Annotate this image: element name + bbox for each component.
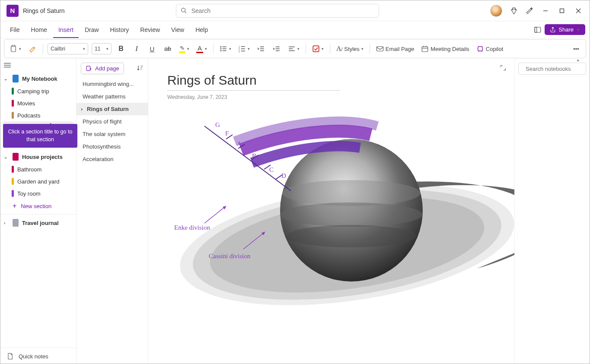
svg-rect-14	[223, 48, 226, 49]
sparkle-pen-icon[interactable]	[526, 7, 533, 15]
section-color-swatch	[12, 166, 14, 173]
ring-label-b: B	[252, 152, 256, 160]
page-hummingbird-wing-[interactable]: Hummingbird wing...	[77, 78, 148, 90]
paste-button[interactable]: ▾	[8, 43, 23, 55]
add-page-button[interactable]: Add page	[81, 63, 124, 74]
section-toy-room[interactable]: Toy room	[0, 187, 76, 199]
svg-rect-30	[289, 51, 295, 51]
page-title[interactable]: Rings of Saturn	[167, 73, 340, 91]
indent-button[interactable]	[271, 43, 283, 55]
page-weather-patterns[interactable]: Weather patterns	[77, 90, 148, 103]
section-color-swatch	[12, 112, 14, 119]
annotation-enke: Enke division	[174, 224, 210, 231]
close-button[interactable]	[574, 6, 583, 15]
share-label: Share	[558, 26, 574, 33]
svg-point-11	[220, 48, 222, 50]
svg-point-45	[282, 180, 421, 206]
section-movies[interactable]: Movies	[0, 97, 76, 109]
chevron-down-icon: ▼	[576, 28, 580, 32]
bullet-list-button[interactable]: ▾	[218, 43, 233, 55]
underline-button[interactable]: U	[146, 43, 158, 55]
svg-rect-32	[376, 47, 383, 51]
email-page-button[interactable]: Email Page	[374, 43, 416, 55]
quick-notes-button[interactable]: Quick notes	[0, 348, 76, 364]
fullscreen-button[interactable]	[500, 64, 507, 73]
menu-history[interactable]: History	[105, 24, 134, 36]
page-physics-of-flight[interactable]: Physics of flight	[77, 115, 148, 128]
section-bathroom[interactable]: Bathroom	[0, 163, 76, 175]
annotation-cassini: Cassini division	[209, 253, 250, 260]
font-selector[interactable]: Cailbri▾	[48, 43, 88, 54]
menu-review[interactable]: Review	[135, 24, 165, 36]
ring-label-g: G	[215, 121, 220, 129]
new-section-button[interactable]: +New section	[0, 199, 76, 212]
premium-icon[interactable]	[510, 7, 518, 15]
coach-tooltip: Click a section title to go to that sect…	[3, 124, 77, 148]
share-button[interactable]: Share ▼	[545, 24, 585, 35]
section-podcasts[interactable]: Podcasts	[0, 109, 76, 121]
svg-rect-24	[260, 51, 264, 51]
svg-rect-33	[422, 47, 428, 52]
minimize-button[interactable]	[541, 6, 550, 15]
copilot-button[interactable]: Copilot	[475, 43, 505, 55]
ring-label-d: D	[281, 172, 286, 180]
more-button[interactable]: •••	[570, 43, 582, 55]
section-garden-and-yard[interactable]: Garden and yard	[0, 175, 76, 187]
full-page-view-icon[interactable]	[532, 24, 544, 36]
strikethrough-button[interactable]: ab	[162, 43, 174, 55]
sort-pages-button[interactable]	[137, 64, 144, 73]
menu-view[interactable]: View	[166, 24, 189, 36]
page-rings-of-saturn[interactable]: Rings of Saturn	[77, 103, 148, 115]
page-canvas[interactable]: Rings of Saturn Wednesday, June 7, 2023	[148, 59, 514, 364]
nav-toggle-icon[interactable]	[0, 59, 76, 72]
font-color-button[interactable]: A▾	[195, 43, 209, 55]
title-bar: N Rings of Saturn	[0, 0, 590, 21]
menu-help[interactable]: Help	[190, 24, 213, 36]
maximize-button[interactable]	[558, 6, 566, 15]
page-photosynthesis[interactable]: Photosynthesis	[77, 140, 148, 153]
svg-rect-20	[241, 48, 245, 49]
notebook-my-notebook[interactable]: ⌄My Notebook	[0, 72, 76, 85]
chevron-right-icon: ›	[4, 221, 9, 225]
page-date: Wednesday, June 7, 2023	[167, 94, 495, 100]
ribbon-toolbar: ▾ Cailbri▾ 11▾ B I U ab ✎▾ A▾ ▾ 123▾ ▾ ▾…	[4, 39, 586, 58]
align-button[interactable]: ▾	[286, 43, 301, 55]
page-the-solar-system[interactable]: The solar system	[77, 128, 148, 140]
ribbon-expand-button[interactable]: ▾	[572, 54, 584, 66]
notebook-house-projects[interactable]: ⌄House projects	[0, 150, 76, 163]
svg-rect-13	[223, 47, 226, 47]
section-camping-trip[interactable]: Camping trip	[0, 85, 76, 97]
bold-button[interactable]: B	[115, 43, 127, 55]
svg-rect-15	[223, 51, 226, 51]
menu-insert[interactable]: Insert	[53, 24, 79, 38]
user-avatar[interactable]	[490, 5, 502, 17]
format-painter-button[interactable]	[26, 43, 38, 55]
outdent-button[interactable]	[255, 43, 267, 55]
font-size-selector[interactable]: 11▾	[92, 43, 112, 54]
svg-line-1	[185, 11, 186, 13]
svg-rect-6	[535, 27, 541, 32]
search-input[interactable]	[191, 7, 374, 14]
notebook-nav: ⌄My NotebookCamping tripMoviesPodcastsSc…	[0, 59, 77, 364]
chevron-down-icon: ⌄	[4, 155, 9, 159]
svg-rect-27	[276, 51, 280, 51]
quick-notes-label: Quick notes	[19, 353, 48, 360]
todo-tag-button[interactable]: ▾	[310, 43, 325, 55]
meeting-details-button[interactable]: Meeting Details	[419, 43, 471, 55]
svg-rect-3	[560, 9, 564, 13]
numbered-list-button[interactable]: 123▾	[236, 43, 252, 55]
svg-point-0	[182, 8, 185, 12]
menu-draw[interactable]: Draw	[80, 24, 104, 36]
global-search[interactable]	[176, 4, 379, 18]
styles-button[interactable]: A/Styles▾	[335, 43, 365, 55]
notebook-travel-journal[interactable]: ›Travel journal	[0, 216, 76, 229]
page-accelaration[interactable]: Accelaration	[77, 153, 148, 165]
highlight-button[interactable]: ✎▾	[177, 43, 191, 55]
right-panel: ▾	[514, 59, 590, 364]
menu-home[interactable]: Home	[26, 24, 52, 36]
section-color-swatch	[12, 190, 14, 197]
menu-file[interactable]: File	[5, 24, 25, 36]
italic-button[interactable]: I	[131, 43, 143, 55]
notebook-icon	[13, 75, 19, 82]
ring-label-c: C	[269, 166, 274, 174]
